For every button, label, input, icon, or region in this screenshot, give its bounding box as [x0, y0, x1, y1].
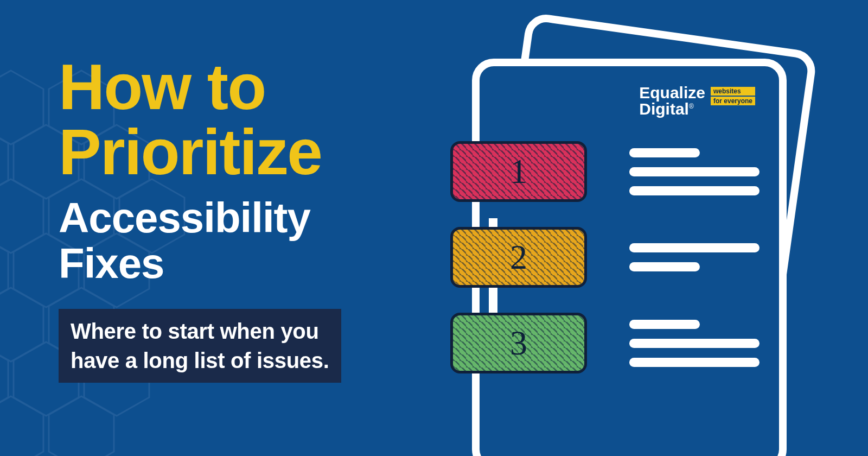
text-line	[629, 167, 760, 176]
list-lines-3	[629, 320, 760, 367]
text-line	[629, 339, 760, 348]
priority-badge-3: 3	[450, 313, 587, 373]
text-line	[629, 262, 700, 271]
headline-block: How to Prioritize Accessibility Fixes Wh…	[0, 0, 423, 383]
badge-number-2: 2	[510, 237, 527, 277]
priority-badge-2: 2	[450, 227, 587, 288]
badge-number-1: 1	[510, 151, 527, 192]
subtitle-box: Where to start when you have a long list…	[59, 309, 341, 383]
document-front-page: Equalize Digital® websites for everyone …	[472, 59, 787, 456]
brand-line-2: Digital	[639, 100, 689, 118]
text-line	[629, 243, 760, 252]
svg-marker-17	[49, 396, 114, 456]
brand-tag-1: websites	[711, 87, 755, 96]
priority-row-3: 3	[503, 313, 755, 373]
text-line	[629, 320, 700, 329]
text-line	[629, 358, 760, 367]
badge-number-3: 3	[510, 323, 527, 363]
brand-tag-2: for everyone	[711, 97, 755, 105]
text-line	[629, 186, 760, 195]
title-yellow: How to Prioritize	[59, 54, 423, 185]
title-white: Accessibility Fixes	[59, 195, 423, 286]
brand-tags: websites for everyone	[711, 87, 755, 105]
subtitle-text: Where to start when you have a long list…	[71, 319, 329, 372]
title-white-2: Fixes	[59, 239, 164, 287]
priority-badge-1: 1	[450, 141, 587, 202]
text-line	[629, 148, 700, 157]
document-illustration: Equalize Digital® websites for everyone …	[450, 22, 841, 456]
priority-row-1: 1	[503, 141, 755, 202]
title-white-1: Accessibility	[59, 194, 310, 242]
title-line-1: How to	[59, 51, 265, 123]
brand-line-1: Equalize	[639, 84, 705, 102]
svg-marker-16	[0, 396, 43, 456]
registered-mark: ®	[689, 103, 694, 110]
list-lines-2	[629, 243, 760, 271]
priority-rows: 1 2	[503, 141, 755, 373]
list-lines-1	[629, 148, 760, 195]
brand-logo: Equalize Digital® websites for everyone	[503, 85, 755, 117]
brand-name: Equalize Digital®	[639, 85, 705, 117]
priority-row-2: 2	[503, 227, 755, 288]
title-line-2: Prioritize	[59, 116, 322, 188]
